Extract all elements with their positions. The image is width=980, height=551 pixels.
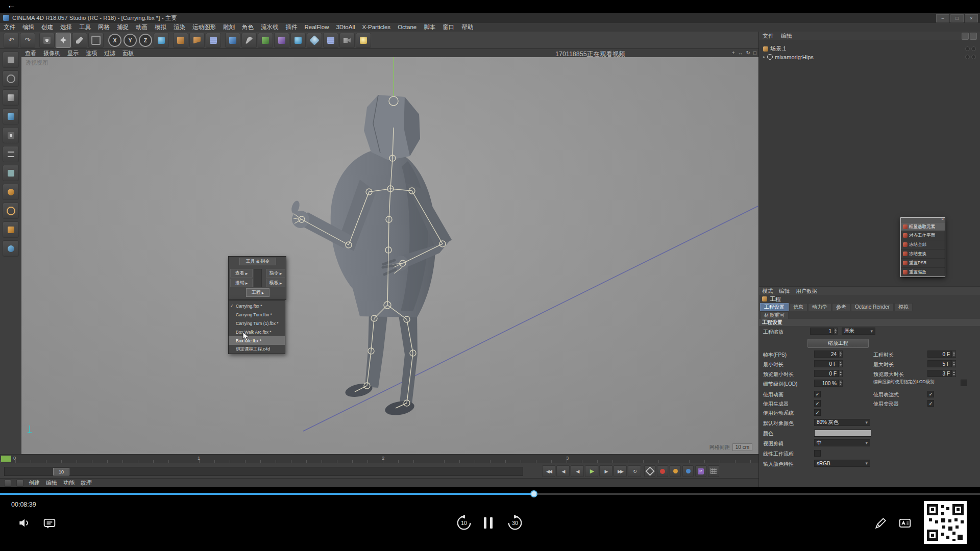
window-button[interactable]: × bbox=[965, 14, 978, 22]
texture-mode-icon[interactable] bbox=[3, 89, 19, 106]
menu-item[interactable]: 网格 bbox=[94, 23, 113, 32]
input-color-profile-dropdown[interactable]: sRGB bbox=[814, 460, 870, 467]
project-length-field[interactable]: 0 F bbox=[927, 350, 952, 358]
viewport-canvas[interactable]: 透视视图 bbox=[21, 57, 758, 454]
lod-render-checkbox[interactable] bbox=[961, 380, 967, 386]
attribute-menu-item[interactable]: 用户数据 bbox=[793, 288, 820, 295]
timeline-ruler[interactable]: 0123 bbox=[0, 454, 758, 463]
palette-command[interactable]: 重置缩放 bbox=[901, 267, 945, 277]
group-header[interactable]: 工程设置 bbox=[759, 319, 980, 326]
add-camera-icon[interactable] bbox=[339, 33, 355, 48]
material-menu-item[interactable]: 创建 bbox=[29, 479, 40, 487]
preview-max-field[interactable]: 3 F bbox=[927, 370, 952, 377]
use-generators-checkbox[interactable] bbox=[814, 400, 821, 407]
danmaku-input-button[interactable] bbox=[874, 517, 887, 532]
viewport-menu-item[interactable]: 摄像机 bbox=[40, 49, 64, 57]
palette-header[interactable]: 框显选取元素 bbox=[901, 223, 945, 231]
recent-project-item[interactable]: Carrying Turn.fbx * bbox=[229, 310, 285, 319]
progress-bar[interactable] bbox=[0, 493, 980, 495]
object-row[interactable]: 场景.1 bbox=[759, 45, 980, 53]
object-manager-menu-item[interactable]: 编辑 bbox=[777, 32, 796, 40]
spinner[interactable] bbox=[834, 328, 838, 335]
palette-titlebar[interactable]: × bbox=[901, 218, 945, 223]
attribute-tab[interactable]: 模拟 bbox=[894, 303, 913, 311]
recent-project-item[interactable]: Carrying Turn (1).fbx * bbox=[229, 319, 285, 328]
menu-item[interactable]: Octane bbox=[394, 23, 420, 32]
menu-item[interactable]: 文件 bbox=[0, 23, 19, 32]
add-cube-icon[interactable] bbox=[225, 33, 240, 48]
material-icon[interactable] bbox=[4, 480, 11, 487]
attribute-menu-item[interactable]: 模式 bbox=[759, 288, 776, 295]
viewport-menu-item[interactable]: 查看 bbox=[21, 49, 40, 57]
select-tool-icon[interactable] bbox=[39, 33, 55, 48]
timeline-window-button[interactable] bbox=[708, 465, 719, 477]
enable-axis-icon[interactable] bbox=[3, 184, 19, 200]
viewport-menu-item[interactable]: 显示 bbox=[64, 49, 82, 57]
menu-item[interactable]: 渲染 bbox=[170, 23, 189, 32]
keyframe-position-button[interactable] bbox=[670, 465, 681, 477]
prev-key-button[interactable]: ◀ bbox=[556, 465, 570, 477]
menu-item[interactable]: 动画 bbox=[132, 23, 151, 32]
add-spline-icon[interactable] bbox=[241, 33, 257, 48]
material-menu-item[interactable]: 功能 bbox=[63, 479, 75, 487]
scale-tool-icon[interactable] bbox=[72, 33, 87, 48]
context-item-project[interactable]: 工程▸ bbox=[246, 288, 270, 297]
layer-icon[interactable] bbox=[16, 480, 23, 487]
spinner[interactable] bbox=[952, 350, 956, 358]
palette-command[interactable]: 冻结变换 bbox=[901, 249, 945, 258]
menu-item[interactable]: 模拟 bbox=[151, 23, 170, 32]
spinner[interactable] bbox=[839, 380, 843, 387]
next-frame-button[interactable]: ▶ bbox=[599, 465, 612, 477]
spinner[interactable] bbox=[839, 360, 843, 367]
octane-icon[interactable] bbox=[290, 33, 306, 48]
scale-unit-dropdown[interactable]: 厘米 bbox=[842, 328, 875, 335]
viewport-nav-icon[interactable]: + bbox=[732, 49, 735, 57]
menu-item[interactable]: 流水线 bbox=[257, 23, 282, 32]
redo-icon[interactable]: ↷ bbox=[20, 33, 35, 48]
spinner[interactable] bbox=[839, 370, 843, 377]
coordinate-system-icon[interactable] bbox=[154, 33, 169, 48]
object-manager[interactable]: 场景.1 ▸ mixamorig:Hips bbox=[759, 40, 980, 286]
rewind-button[interactable]: 10 bbox=[455, 514, 473, 532]
menu-item[interactable]: 雕刻 bbox=[219, 23, 238, 32]
attribute-tab[interactable]: 信息 bbox=[789, 303, 807, 311]
viewport-menu-item[interactable]: 面板 bbox=[119, 49, 137, 57]
record-key-button[interactable] bbox=[644, 465, 655, 477]
forward-button[interactable]: 30 bbox=[506, 514, 524, 532]
pause-button[interactable] bbox=[484, 517, 493, 529]
loop-button[interactable]: ↻ bbox=[628, 465, 641, 477]
menu-item[interactable]: 选择 bbox=[57, 23, 76, 32]
autokey-button[interactable] bbox=[657, 465, 668, 477]
menu-item[interactable]: 工具 bbox=[76, 23, 94, 32]
context-item-commands[interactable]: 指令▸ bbox=[266, 269, 285, 278]
z-axis-lock-button[interactable]: Z bbox=[139, 34, 152, 47]
view-clipping-dropdown[interactable]: 中 bbox=[814, 439, 870, 446]
play-button[interactable]: ▶ bbox=[585, 465, 598, 477]
use-expressions-checkbox[interactable] bbox=[927, 391, 934, 397]
menu-item[interactable]: 捕捉 bbox=[113, 23, 132, 32]
goto-start-button[interactable]: ◀◀ bbox=[542, 465, 555, 477]
make-editable-icon[interactable] bbox=[3, 52, 19, 68]
volume-button[interactable] bbox=[17, 516, 31, 532]
spinner[interactable] bbox=[952, 370, 956, 377]
timeline-slider[interactable]: 10 bbox=[4, 467, 523, 476]
linear-workflow-checkbox[interactable] bbox=[814, 450, 821, 457]
keyframe-parameter-button[interactable]: P bbox=[695, 465, 706, 477]
character-model[interactable] bbox=[283, 92, 467, 421]
attribute-tab[interactable]: 动力学 bbox=[808, 303, 831, 311]
menu-item[interactable]: 创建 bbox=[38, 23, 57, 32]
menu-item[interactable]: 脚本 bbox=[420, 23, 439, 32]
recent-project-item[interactable]: 绑定课程工程.c4d bbox=[229, 345, 285, 354]
rotate-tool-icon[interactable] bbox=[88, 33, 104, 48]
render-picture-viewer-icon[interactable] bbox=[189, 33, 205, 48]
x-axis-lock-button[interactable]: X bbox=[108, 34, 121, 47]
prev-frame-button[interactable]: ◀ bbox=[571, 465, 584, 477]
keyframe-rotation-button[interactable] bbox=[682, 465, 694, 477]
snap-toggle-icon[interactable] bbox=[3, 221, 19, 238]
progress-thumb[interactable] bbox=[530, 490, 537, 497]
recent-project-item[interactable]: Box Idle.fbx * bbox=[229, 336, 285, 345]
move-tool-icon[interactable] bbox=[56, 33, 71, 48]
current-frame-handle[interactable]: 10 bbox=[53, 468, 69, 475]
material-menu-item[interactable]: 编辑 bbox=[46, 479, 57, 487]
menu-item[interactable]: 帮助 bbox=[458, 23, 477, 32]
